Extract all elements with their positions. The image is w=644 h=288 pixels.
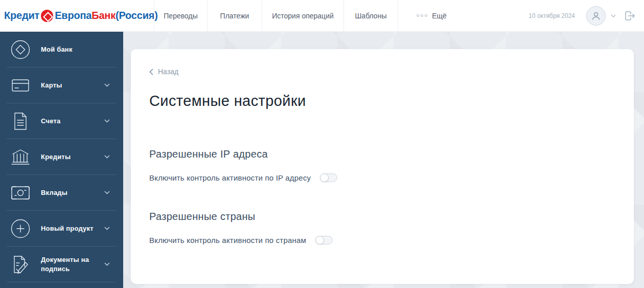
chevron-down-icon — [104, 191, 110, 194]
sidebar: Мой банк Карты Счета — [0, 32, 123, 288]
chevron-down-icon — [104, 227, 110, 230]
section-heading-ip: Разрешенные IP адреса — [149, 148, 634, 160]
bank-logo[interactable]: Кредит Европа Банк (Россия) — [0, 10, 154, 22]
toggle-knob — [315, 236, 324, 245]
ip-control-toggle[interactable] — [320, 173, 337, 182]
top-header: Кредит Европа Банк (Россия) Переводы Пла… — [0, 0, 644, 32]
profile-avatar[interactable] — [586, 6, 606, 26]
credit-card-icon — [0, 78, 41, 93]
chevron-left-icon — [149, 69, 153, 75]
user-icon — [591, 11, 601, 21]
sidebar-item-label: Документы на подпись — [41, 255, 98, 273]
nav-item-payments[interactable]: Платежи — [207, 0, 262, 32]
bank-icon — [0, 148, 41, 166]
sidebar-item-my-bank[interactable]: Мой банк — [0, 32, 123, 67]
chevron-down-icon — [104, 119, 110, 123]
current-date: 10 октября 2024 — [528, 12, 575, 19]
page-title: Системные настройки — [149, 93, 634, 109]
nav-item-history[interactable]: История операций — [262, 0, 343, 32]
sidebar-item-label: Мой банк — [41, 45, 98, 54]
chevron-down-icon — [104, 83, 110, 87]
sidebar-item-label: Новый продукт — [41, 224, 98, 233]
sidebar-item-label: Счета — [41, 117, 98, 126]
chevron-down-icon — [104, 155, 110, 159]
sidebar-divider — [7, 282, 117, 282]
sidebar-item-new-product[interactable]: Новый продукт — [0, 211, 123, 246]
country-control-label: Включить контроль активности по странам — [149, 236, 306, 245]
document-icon — [0, 112, 41, 130]
ip-control-row: Включить контроль активности по IP адрес… — [149, 173, 634, 182]
toggle-knob — [320, 173, 329, 182]
logo-text-europa: Европа — [55, 10, 91, 21]
header-right: 10 октября 2024 — [528, 6, 644, 26]
back-label: Назад — [158, 68, 178, 76]
nav-item-more[interactable]: Ещё — [398, 0, 465, 32]
nav-item-templates[interactable]: Шаблоны — [343, 0, 398, 32]
sidebar-item-documents-to-sign[interactable]: Документы на подпись — [0, 247, 123, 282]
country-control-row: Включить контроль активности по странам — [149, 236, 634, 245]
back-button[interactable]: Назад — [149, 68, 178, 76]
settings-card: Назад Системные настройки Разрешенные IP… — [131, 49, 634, 284]
profile-chevron-down-icon[interactable] — [611, 14, 616, 17]
sidebar-item-deposits[interactable]: Вклады — [0, 175, 123, 210]
more-dots-icon — [417, 14, 427, 17]
sidebar-item-cards[interactable]: Карты — [0, 68, 123, 103]
nav-item-more-label: Ещё — [432, 12, 447, 20]
logo-text-credit: Кредит — [4, 10, 39, 21]
logout-icon[interactable] — [623, 10, 636, 22]
logo-text-bank: Банк — [91, 10, 116, 21]
bank-logo-icon — [41, 10, 53, 22]
sidebar-item-label: Карты — [41, 81, 98, 90]
main-nav: Переводы Платежи История операций Шаблон… — [154, 0, 465, 32]
country-control-toggle[interactable] — [315, 236, 333, 245]
plus-circle-icon — [0, 219, 41, 238]
sidebar-item-label: Кредиты — [41, 152, 98, 162]
sidebar-item-credits[interactable]: Кредиты — [0, 139, 123, 174]
chevron-down-icon — [104, 262, 110, 266]
document-sign-icon — [0, 255, 41, 274]
nav-item-transfers[interactable]: Переводы — [154, 0, 207, 32]
sidebar-item-accounts[interactable]: Счета — [0, 103, 123, 139]
sidebar-item-label: Вклады — [41, 188, 98, 197]
banknote-icon — [0, 186, 41, 200]
diamond-circle-icon — [0, 40, 41, 59]
logo-text-russia: (Россия) — [116, 10, 158, 21]
section-heading-countries: Разрешенные страны — [149, 211, 634, 223]
ip-control-label: Включить контроль активности по IP адрес… — [149, 173, 311, 182]
